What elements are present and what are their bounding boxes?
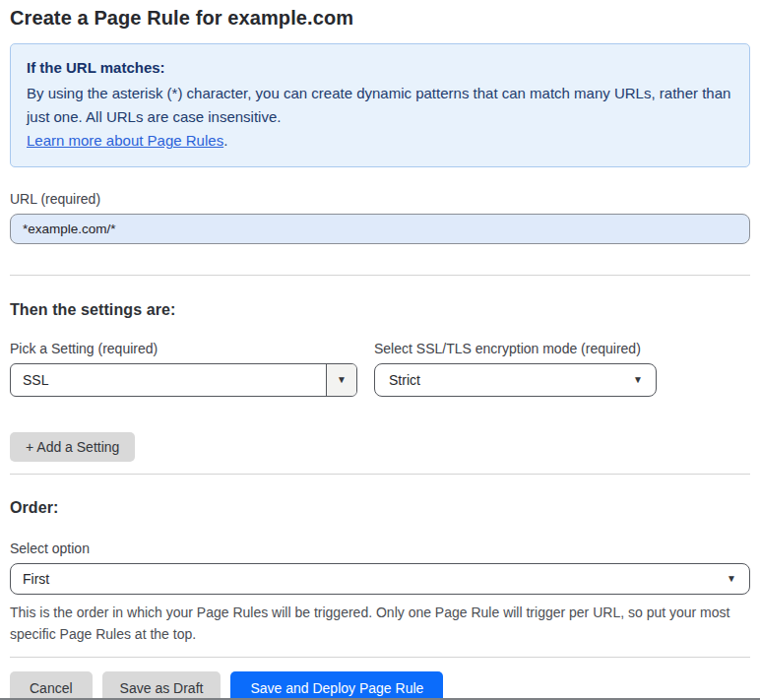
ssl-mode-label: Select SSL/TLS encryption mode (required…	[374, 341, 657, 356]
page-title: Create a Page Rule for example.com	[10, 0, 750, 30]
url-match-info-box: If the URL matches: By using the asteris…	[10, 43, 750, 167]
order-select-label: Select option	[10, 541, 750, 556]
page-rule-form: Create a Page Rule for example.com If th…	[0, 0, 760, 700]
settings-labels-row: Pick a Setting (required) Select SSL/TLS…	[10, 341, 750, 363]
save-draft-button[interactable]: Save as Draft	[102, 671, 222, 700]
chevron-down-icon: ▼	[727, 574, 736, 584]
link-suffix: .	[223, 132, 227, 149]
divider	[10, 275, 750, 276]
pick-setting-select[interactable]: SSL ▼	[10, 363, 357, 397]
chevron-down-icon: ▼	[337, 375, 347, 385]
pick-setting-value: SSL	[23, 372, 48, 388]
order-select[interactable]: First ▼	[10, 563, 750, 595]
url-input[interactable]	[10, 214, 750, 244]
order-select-value: First	[23, 571, 49, 587]
footer-buttons: Cancel Save as Draft Save and Deploy Pag…	[10, 671, 750, 700]
ssl-mode-value: Strict	[389, 372, 420, 388]
dropdown-arrow-well: ▼	[326, 364, 356, 396]
divider	[10, 474, 750, 475]
divider	[10, 657, 750, 658]
chevron-down-icon: ▼	[633, 375, 643, 385]
url-field-label: URL (required)	[10, 191, 750, 207]
ssl-mode-select[interactable]: Strict ▼	[374, 363, 657, 397]
settings-section-heading: Then the settings are:	[10, 301, 750, 319]
order-section-heading: Order:	[10, 499, 750, 517]
add-setting-button[interactable]: + Add a Setting	[10, 432, 135, 462]
save-deploy-button[interactable]: Save and Deploy Page Rule	[230, 671, 443, 700]
learn-more-link[interactable]: Learn more about Page Rules	[27, 132, 223, 149]
settings-selects-row: SSL ▼ Strict ▼	[10, 363, 750, 397]
info-box-heading: If the URL matches:	[27, 56, 733, 80]
order-help-text: This is the order in which your Page Rul…	[10, 602, 750, 645]
info-box-body: By using the asterisk (*) character, you…	[27, 82, 733, 129]
info-link-line: Learn more about Page Rules.	[27, 129, 733, 153]
cancel-button[interactable]: Cancel	[10, 671, 93, 700]
pick-setting-label: Pick a Setting (required)	[10, 341, 357, 356]
